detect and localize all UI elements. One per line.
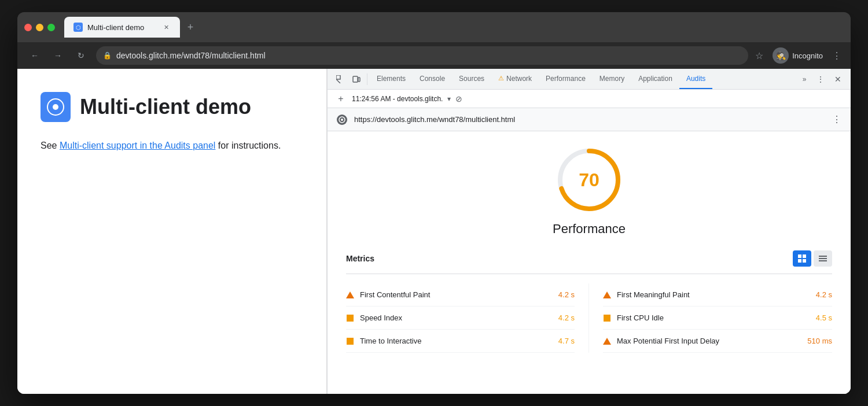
metric-name-fcp: First Contentful Paint xyxy=(360,290,540,299)
metric-value-si: 4.2 s xyxy=(546,313,575,322)
svg-rect-11 xyxy=(803,254,806,258)
metric-item-fcp: First Contentful Paint 4.2 s xyxy=(346,283,575,307)
metrics-divider xyxy=(346,274,832,274)
tab-network[interactable]: ⚠ Network xyxy=(491,69,539,89)
metrics-header: Metrics xyxy=(346,250,832,267)
tab-close-button[interactable]: ✕ xyxy=(161,23,171,32)
more-tabs-button[interactable]: » xyxy=(796,71,812,87)
list-view-button[interactable] xyxy=(814,250,832,267)
address-right-controls: ☆ 🕵 Incognito ⋮ xyxy=(755,47,841,64)
browser-menu-button[interactable]: ⋮ xyxy=(832,50,841,61)
svg-rect-5 xyxy=(358,77,360,82)
inspector-icon xyxy=(336,75,344,83)
metrics-title: Metrics xyxy=(346,254,374,263)
metric-item-tti: Time to Interactive 4.7 s xyxy=(346,330,575,353)
metric-icon-mpfid xyxy=(603,337,611,345)
device-toolbar-button[interactable] xyxy=(348,71,365,87)
score-section: 70 Performance xyxy=(346,145,832,237)
toolbar-divider xyxy=(367,73,367,85)
devtools-panel: Elements Console Sources ⚠ Network Perfo… xyxy=(327,69,851,394)
svg-rect-13 xyxy=(803,259,806,263)
traffic-light-close[interactable] xyxy=(24,24,32,31)
tab-console[interactable]: Console xyxy=(413,69,452,89)
tab-elements[interactable]: Elements xyxy=(370,69,413,89)
timestamp-dropdown-arrow[interactable]: ▾ xyxy=(447,95,451,103)
metric-item-mpfid: Max Potential First Input Delay 510 ms xyxy=(603,330,832,353)
metric-value-tti: 4.7 s xyxy=(546,337,575,345)
audit-url-text: https://devtools.glitch.me/wndt78/multic… xyxy=(354,115,825,124)
block-icon[interactable]: ⊘ xyxy=(455,94,462,104)
devtools-secondary-bar: + 11:24:56 AM - devtools.glitch. ▾ ⊘ xyxy=(328,90,851,108)
audit-favicon xyxy=(337,115,347,125)
devtools-actions: ⋮ ✕ xyxy=(812,71,846,87)
tab-sources[interactable]: Sources xyxy=(452,69,491,89)
metric-value-fcp: 4.2 s xyxy=(546,290,575,299)
metric-item-fci: First CPU Idle 4.5 s xyxy=(603,307,832,330)
page-description: See Multi-client support in the Audits p… xyxy=(41,138,303,153)
description-before: See xyxy=(41,141,60,150)
metrics-view-toggle xyxy=(793,250,832,267)
svg-point-7 xyxy=(341,119,343,121)
metric-value-fci: 4.5 s xyxy=(803,313,832,322)
list-icon xyxy=(819,254,827,263)
audits-panel-link[interactable]: Multi-client support in the Audits panel xyxy=(60,141,215,150)
metric-name-fci: First CPU Idle xyxy=(617,313,797,322)
tab-audits[interactable]: Audits xyxy=(679,69,712,89)
metric-value-mpfid: 510 ms xyxy=(803,337,832,345)
traffic-light-maximize[interactable] xyxy=(47,24,55,31)
logo-svg xyxy=(46,98,65,116)
traffic-lights xyxy=(24,24,55,31)
tab-favicon: ⬡ xyxy=(73,23,83,32)
logo-icon xyxy=(41,92,71,122)
tab-bar: ⬡ Multi-client demo ✕ + xyxy=(64,17,844,38)
devtools-toolbar: Elements Console Sources ⚠ Network Perfo… xyxy=(328,69,851,90)
back-button[interactable]: ← xyxy=(27,47,43,64)
metric-name-tti: Time to Interactive xyxy=(360,337,540,345)
incognito-icon: 🕵 xyxy=(773,47,789,64)
grid-icon xyxy=(798,254,806,263)
audit-url-options[interactable]: ⋮ xyxy=(832,114,841,125)
metrics-section: Metrics xyxy=(346,250,832,353)
score-label: Performance xyxy=(553,222,626,237)
forward-button[interactable]: → xyxy=(50,47,66,64)
browser-tab[interactable]: ⬡ Multi-client demo ✕ xyxy=(64,17,180,38)
score-circle: 70 xyxy=(554,145,624,215)
svg-rect-10 xyxy=(798,254,801,258)
devtools-options-button[interactable]: ⋮ xyxy=(812,71,829,87)
page-title: Multi-client demo xyxy=(80,95,251,119)
main-content: Multi-client demo See Multi-client suppo… xyxy=(17,69,851,394)
devtools-close-button[interactable]: ✕ xyxy=(830,71,846,87)
new-tab-button[interactable]: + xyxy=(182,19,198,35)
metric-icon-fcp xyxy=(346,291,354,299)
grid-view-button[interactable] xyxy=(793,250,811,267)
metrics-grid: First Contentful Paint 4.2 s Speed Index… xyxy=(346,283,832,353)
tab-memory[interactable]: Memory xyxy=(593,69,631,89)
tab-application[interactable]: Application xyxy=(631,69,679,89)
address-bar-input[interactable]: 🔒 devtools.glitch.me/wndt78/multiclient.… xyxy=(96,46,748,65)
title-bar: ⬡ Multi-client demo ✕ + xyxy=(17,12,851,42)
incognito-badge: 🕵 Incognito xyxy=(773,47,823,64)
network-warning-icon: ⚠ xyxy=(498,75,504,82)
tab-performance[interactable]: Performance xyxy=(539,69,593,89)
devtools-tabs: Elements Console Sources ⚠ Network Perfo… xyxy=(370,69,796,89)
traffic-light-minimize[interactable] xyxy=(36,24,43,31)
device-icon xyxy=(352,75,361,83)
svg-rect-2 xyxy=(336,75,340,79)
metric-name-mpfid: Max Potential First Input Delay xyxy=(617,337,797,345)
inspector-tool-button[interactable] xyxy=(332,71,348,87)
add-audit-button[interactable]: + xyxy=(334,93,347,105)
lock-icon: 🔒 xyxy=(103,51,112,60)
browser-window: ⬡ Multi-client demo ✕ + ← → ↻ 🔒 devtools… xyxy=(17,12,851,394)
svg-line-3 xyxy=(336,79,340,83)
metric-item-fmp: First Meaningful Paint 4.2 s xyxy=(603,283,832,307)
metric-icon-si xyxy=(346,314,354,322)
bookmark-icon[interactable]: ☆ xyxy=(755,50,763,61)
metric-icon-fmp xyxy=(603,291,611,299)
svg-point-1 xyxy=(53,104,58,110)
refresh-button[interactable]: ↻ xyxy=(73,47,89,64)
devtools-url-bar: https://devtools.glitch.me/wndt78/multic… xyxy=(328,108,851,131)
tab-title: Multi-client demo xyxy=(87,23,157,32)
incognito-label: Incognito xyxy=(792,51,823,60)
svg-rect-12 xyxy=(798,259,801,263)
score-number: 70 xyxy=(579,169,599,191)
